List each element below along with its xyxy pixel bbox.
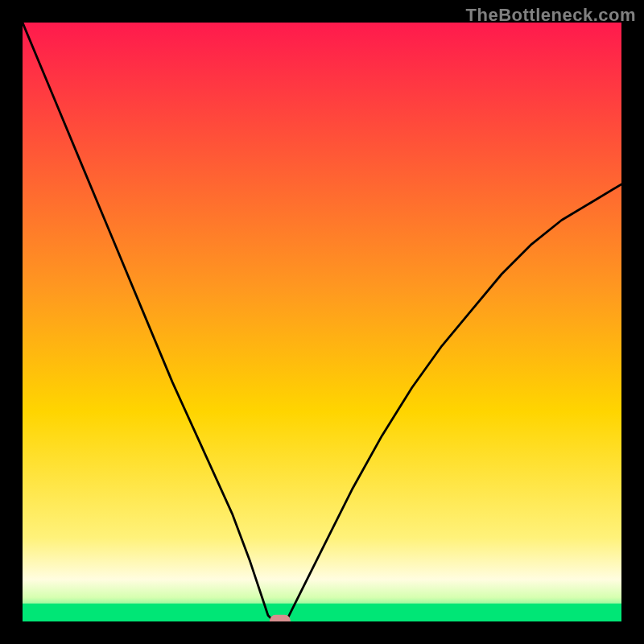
chart-background <box>23 23 621 621</box>
chart-svg <box>23 23 621 621</box>
optimal-band <box>23 604 621 621</box>
watermark-text: TheBottleneck.com <box>466 5 636 26</box>
selection-marker <box>270 615 291 621</box>
bottleneck-chart <box>23 23 621 621</box>
